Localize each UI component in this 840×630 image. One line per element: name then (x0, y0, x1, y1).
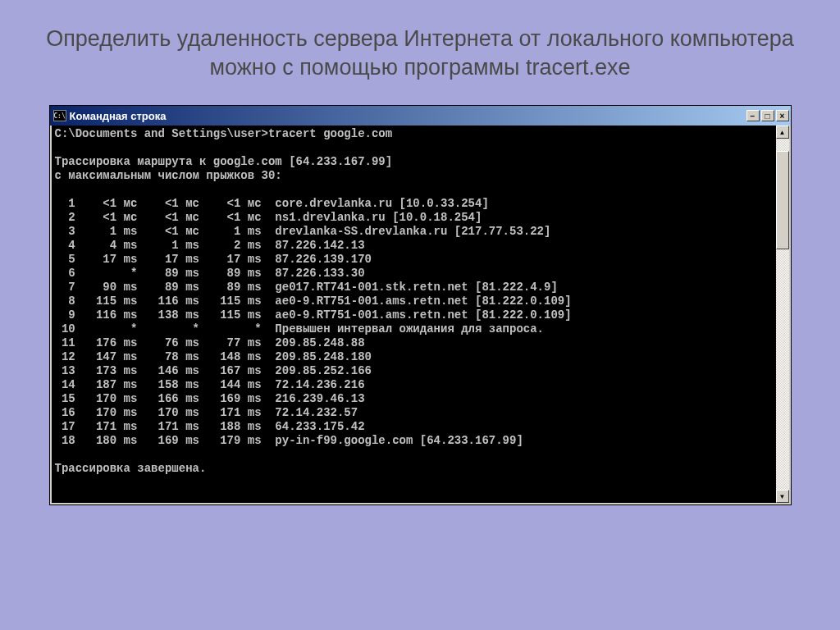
slide-title: Определить удаленность сервера Интернета… (33, 25, 807, 82)
console-area: C:\Documents and Settings\user>tracert g… (50, 126, 791, 504)
window-title: Командная строка (70, 110, 167, 122)
maximize-button[interactable]: □ (761, 110, 774, 121)
scroll-up-button[interactable]: ▲ (776, 126, 789, 139)
scroll-down-button[interactable]: ▼ (776, 490, 789, 503)
vertical-scrollbar[interactable]: ▲ ▼ (776, 126, 789, 503)
scroll-track[interactable] (776, 139, 789, 490)
minimize-button[interactable]: − (746, 110, 760, 121)
scroll-thumb[interactable] (776, 151, 789, 249)
close-button[interactable]: × (776, 110, 789, 121)
titlebar-left: C:\ Командная строка (53, 110, 167, 122)
cmd-icon: C:\ (53, 110, 66, 121)
titlebar[interactable]: C:\ Командная строка − □ × (50, 106, 791, 126)
window-controls: − □ × (746, 110, 789, 121)
command-prompt-window: C:\ Командная строка − □ × C:\Documents … (49, 105, 792, 505)
console-output[interactable]: C:\Documents and Settings\user>tracert g… (52, 126, 776, 503)
